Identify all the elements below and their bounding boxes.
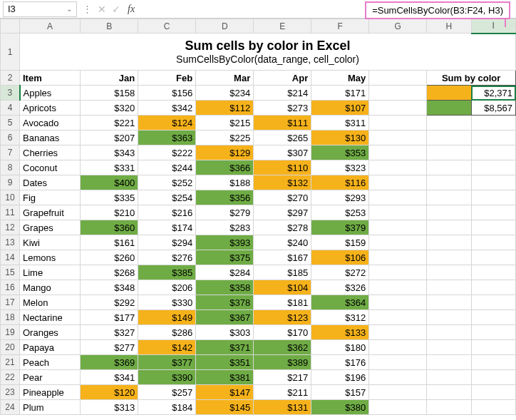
data-cell[interactable]: $132 (254, 175, 311, 190)
data-cell[interactable]: $124 (138, 116, 196, 130)
data-cell[interactable]: $367 (196, 310, 254, 325)
col-header[interactable]: F (311, 19, 369, 34)
data-cell[interactable] (427, 250, 471, 265)
data-cell[interactable] (369, 340, 427, 355)
data-cell[interactable]: $234 (196, 86, 254, 101)
data-cell[interactable]: $326 (311, 280, 369, 295)
data-cell[interactable] (471, 145, 515, 160)
data-cell[interactable] (369, 145, 427, 160)
data-cell[interactable]: $188 (196, 175, 254, 190)
data-cell[interactable] (427, 175, 471, 190)
empty-cell[interactable] (369, 71, 427, 86)
data-cell[interactable]: $293 (311, 190, 369, 205)
data-cell[interactable]: $279 (196, 205, 254, 220)
row-header[interactable]: 17 (1, 295, 20, 310)
data-cell[interactable]: Pineapple (20, 385, 81, 400)
data-cell[interactable]: $380 (311, 400, 369, 415)
data-cell[interactable]: $120 (81, 385, 138, 400)
data-cell[interactable]: $278 (254, 220, 311, 235)
data-cell[interactable]: Lime (20, 265, 81, 280)
data-cell[interactable] (369, 295, 427, 310)
data-cell[interactable] (471, 235, 515, 250)
row-header[interactable]: 5 (1, 116, 20, 130)
data-cell[interactable]: $320 (81, 101, 138, 116)
data-cell[interactable]: $129 (196, 145, 254, 160)
data-cell[interactable] (427, 340, 471, 355)
col-header[interactable]: B (81, 19, 138, 34)
color-swatch-orange[interactable] (427, 86, 471, 101)
data-cell[interactable]: $312 (311, 310, 369, 325)
data-cell[interactable]: $244 (138, 160, 196, 175)
data-cell[interactable]: $159 (311, 235, 369, 250)
header-may[interactable]: May (311, 71, 369, 86)
cancel-icon[interactable]: ✕ (95, 4, 109, 15)
data-cell[interactable] (369, 235, 427, 250)
data-cell[interactable] (369, 385, 427, 400)
data-cell[interactable] (471, 385, 515, 400)
data-cell[interactable] (471, 310, 515, 325)
row-header[interactable]: 23 (1, 385, 20, 400)
data-cell[interactable]: Apples (20, 86, 81, 101)
header-item[interactable]: Item (20, 71, 81, 86)
data-cell[interactable] (471, 220, 515, 235)
header-apr[interactable]: Apr (254, 71, 311, 86)
data-cell[interactable]: $265 (254, 130, 311, 145)
data-cell[interactable]: $273 (254, 101, 311, 116)
data-cell[interactable]: $177 (81, 310, 138, 325)
data-cell[interactable] (427, 145, 471, 160)
data-cell[interactable] (427, 190, 471, 205)
data-cell[interactable]: $311 (311, 116, 369, 130)
data-cell[interactable] (471, 340, 515, 355)
data-cell[interactable]: $341 (81, 370, 138, 385)
data-cell[interactable]: $297 (254, 205, 311, 220)
data-cell[interactable] (369, 250, 427, 265)
data-cell[interactable] (427, 355, 471, 370)
row-header[interactable]: 10 (1, 190, 20, 205)
sheet-title-area[interactable]: Sum cells by color in Excel SumCellsByCo… (20, 34, 516, 71)
data-cell[interactable]: $260 (81, 250, 138, 265)
data-cell[interactable] (427, 205, 471, 220)
data-cell[interactable]: $110 (254, 160, 311, 175)
data-cell[interactable]: $277 (81, 340, 138, 355)
data-cell[interactable]: $167 (254, 250, 311, 265)
data-cell[interactable] (427, 400, 471, 415)
data-cell[interactable] (369, 130, 427, 145)
sum-green-cell[interactable]: $8,567 (471, 101, 515, 116)
data-cell[interactable]: $157 (311, 385, 369, 400)
data-cell[interactable] (427, 130, 471, 145)
data-cell[interactable] (369, 175, 427, 190)
data-cell[interactable]: $272 (311, 265, 369, 280)
data-cell[interactable] (369, 220, 427, 235)
data-cell[interactable]: $174 (138, 220, 196, 235)
data-cell[interactable]: $276 (138, 250, 196, 265)
data-cell[interactable] (369, 101, 427, 116)
data-cell[interactable] (427, 280, 471, 295)
row-header[interactable]: 8 (1, 160, 20, 175)
data-cell[interactable]: $207 (81, 130, 138, 145)
data-cell[interactable]: $176 (311, 355, 369, 370)
data-cell[interactable] (471, 250, 515, 265)
data-cell[interactable] (369, 205, 427, 220)
data-cell[interactable]: $358 (196, 280, 254, 295)
data-cell[interactable] (471, 400, 515, 415)
data-cell[interactable] (471, 355, 515, 370)
fx-button[interactable]: fx (123, 4, 139, 15)
data-cell[interactable]: $145 (196, 400, 254, 415)
data-cell[interactable]: $185 (254, 265, 311, 280)
data-cell[interactable] (471, 325, 515, 340)
row-header[interactable]: 22 (1, 370, 20, 385)
data-cell[interactable] (471, 160, 515, 175)
data-cell[interactable]: Pear (20, 370, 81, 385)
data-cell[interactable]: $161 (81, 235, 138, 250)
col-header[interactable]: H (427, 19, 471, 34)
data-cell[interactable]: $351 (196, 355, 254, 370)
row-header[interactable]: 9 (1, 175, 20, 190)
data-cell[interactable]: $327 (81, 325, 138, 340)
data-cell[interactable]: $196 (311, 370, 369, 385)
row-header[interactable]: 13 (1, 235, 20, 250)
data-cell[interactable]: $389 (254, 355, 311, 370)
data-cell[interactable]: $343 (81, 145, 138, 160)
data-cell[interactable]: $381 (196, 370, 254, 385)
data-cell[interactable]: $330 (138, 295, 196, 310)
data-cell[interactable]: $335 (81, 190, 138, 205)
